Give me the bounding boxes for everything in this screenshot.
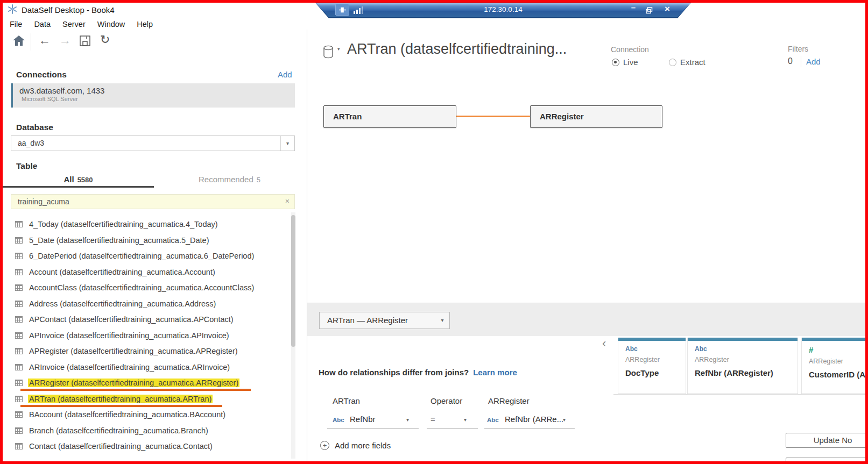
forward-button[interactable]: → bbox=[59, 34, 71, 46]
table-list-item[interactable]: BAccount (dataselfcertifiedtraining_acum… bbox=[11, 406, 286, 422]
radio-live[interactable] bbox=[612, 59, 619, 66]
back-button[interactable]: ← bbox=[39, 34, 51, 46]
column-table-label: ARRegister bbox=[809, 358, 867, 365]
table-list-item[interactable]: Branch (dataselfcertifiedtraining_acumat… bbox=[11, 423, 286, 438]
right-field-select[interactable]: RefNbr (ARRe... bbox=[505, 415, 563, 424]
tab-recommended-label: Recommended bbox=[199, 175, 253, 184]
menu-item-server[interactable]: Server bbox=[57, 18, 91, 31]
tab-recommended[interactable]: Recommended5 bbox=[154, 173, 305, 187]
table-grid-icon bbox=[15, 237, 23, 244]
table-name: Branch (dataselfcertifiedtraining_acumat… bbox=[29, 426, 208, 435]
field-type-abc-icon: Abc bbox=[333, 417, 344, 423]
datasource-caret-icon[interactable]: ▾ bbox=[337, 46, 340, 52]
table-grid-icon bbox=[15, 364, 23, 370]
tab-all-count: 5580 bbox=[77, 176, 93, 184]
rdp-connection-bar: 172.30.0.14 – × bbox=[315, 2, 691, 18]
table-list-item[interactable]: APContact (dataselfcertifiedtraining_acu… bbox=[11, 311, 286, 327]
chevron-down-icon[interactable]: ▾ bbox=[280, 136, 294, 151]
plus-circle-icon[interactable]: + bbox=[320, 441, 329, 450]
left-field-select[interactable]: RefNbr bbox=[350, 415, 376, 424]
chevron-down-icon[interactable]: ▾ bbox=[563, 417, 566, 423]
active-tab-underline bbox=[3, 186, 154, 188]
relationship-connector[interactable] bbox=[456, 116, 530, 117]
column-field-name: DocType bbox=[625, 368, 686, 377]
datasource-icon[interactable] bbox=[323, 45, 335, 61]
home-button[interactable] bbox=[13, 35, 25, 48]
pin-button[interactable] bbox=[335, 4, 349, 16]
table-list-item[interactable]: Contact (dataselfcertifiedtraining_acuma… bbox=[11, 438, 286, 454]
relationship-selector[interactable]: ARTran — ARRegister ▾ bbox=[319, 312, 450, 329]
table-list-item[interactable]: AccountClass (dataselfcertifiedtraining_… bbox=[11, 280, 286, 295]
chevron-down-icon[interactable]: ▾ bbox=[464, 417, 467, 423]
preview-column-customerid[interactable]: # ARRegister CustomerID (AR bbox=[801, 338, 868, 394]
page-title: ARTran (dataselfcertifiedtraining... bbox=[347, 41, 567, 58]
window-title: DataSelf Desktop - Book4 bbox=[22, 5, 115, 15]
list-scrollbar-thumb[interactable] bbox=[291, 215, 295, 347]
radio-live-label[interactable]: Live bbox=[623, 58, 638, 67]
database-select[interactable]: aa_dw3 ▾ bbox=[11, 135, 295, 151]
dataself-desktop-window: DataSelf Desktop - Book4 172.30.0.14 – ×… bbox=[0, 0, 868, 464]
learn-more-link[interactable]: Learn more bbox=[473, 368, 517, 377]
table-name: Contact (dataselfcertifiedtraining_acuma… bbox=[29, 442, 213, 451]
clear-search-icon[interactable]: × bbox=[285, 197, 290, 205]
table-list-item[interactable]: APInvoice (dataselfcertifiedtraining_acu… bbox=[11, 327, 286, 343]
update-auto-button[interactable]: Update Aut bbox=[786, 458, 868, 464]
field-underline bbox=[327, 429, 419, 429]
toolbar-divider bbox=[31, 33, 31, 51]
table-list-item[interactable]: Address (dataselfcertifiedtraining_acuma… bbox=[11, 296, 286, 311]
radio-extract-label[interactable]: Extract bbox=[680, 58, 705, 67]
save-button[interactable] bbox=[80, 35, 90, 48]
radio-extract[interactable] bbox=[669, 59, 676, 66]
table-grid-icon bbox=[15, 411, 23, 418]
refresh-button[interactable]: ↻ bbox=[100, 34, 110, 46]
collapse-chevron-icon[interactable]: ‹ bbox=[602, 338, 606, 349]
table-list-item[interactable]: 6_DatePeriod (dataselfcertifiedtraining_… bbox=[11, 248, 286, 263]
close-button[interactable]: × bbox=[665, 4, 670, 15]
table-grid-icon bbox=[15, 443, 23, 449]
table-node-artran[interactable]: ARTran bbox=[323, 105, 456, 128]
tab-all[interactable]: All5580 bbox=[3, 173, 154, 187]
preview-column-doctype[interactable]: Abc ARRegister DocType bbox=[618, 338, 686, 394]
question-text: How do relationships differ from joins? bbox=[319, 368, 469, 377]
operator-select[interactable]: = bbox=[431, 415, 435, 424]
number-type-icon: # bbox=[809, 345, 867, 354]
menu-item-help[interactable]: Help bbox=[131, 18, 159, 31]
table-list-item[interactable]: APRegister (dataselfcertifiedtraining_ac… bbox=[11, 343, 286, 359]
add-more-fields-button[interactable]: Add more fields bbox=[335, 441, 391, 450]
connection-server: dw3.dataself.com, 1433 bbox=[19, 86, 295, 95]
filters-count: 0 bbox=[788, 56, 793, 66]
left-table-label: ARTran bbox=[333, 396, 360, 405]
field-underline bbox=[427, 429, 478, 429]
table-name: ARInvoice (dataselfcertifiedtraining_acu… bbox=[29, 363, 230, 372]
connection-driver: Microsoft SQL Server bbox=[22, 96, 295, 102]
table-name: 6_DatePeriod (dataselfcertifiedtraining_… bbox=[29, 252, 254, 260]
table-grid-icon bbox=[15, 269, 23, 275]
update-now-button[interactable]: Update No bbox=[786, 433, 868, 448]
table-node-arregister[interactable]: ARRegister bbox=[530, 105, 662, 128]
add-connection-link[interactable]: Add bbox=[278, 70, 292, 79]
menu-item-window[interactable]: Window bbox=[91, 18, 131, 31]
chevron-down-icon[interactable]: ▾ bbox=[406, 417, 409, 423]
table-list-item[interactable]: 4_Today (dataselfcertifiedtraining_acuma… bbox=[11, 216, 286, 232]
table-name: 4_Today (dataselfcertifiedtraining_acuma… bbox=[29, 220, 218, 229]
table-list-item[interactable]: 5_Date (dataselfcertifiedtraining_acumat… bbox=[11, 232, 286, 248]
search-input[interactable] bbox=[11, 195, 270, 209]
table-grid-icon bbox=[15, 427, 23, 434]
connection-item[interactable]: dw3.dataself.com, 1433 Microsoft SQL Ser… bbox=[11, 83, 295, 108]
menu-bar: File Data Server Window Help bbox=[4, 18, 159, 31]
table-grid-icon bbox=[15, 348, 23, 354]
filters-add-link[interactable]: Add bbox=[806, 57, 821, 66]
preview-header-line bbox=[613, 394, 865, 395]
table-list-item-arregister[interactable]: ARRegister (dataselfcertifiedtraining_ac… bbox=[11, 375, 286, 390]
preview-column-refnbr[interactable]: Abc ARRegister RefNbr (ARRegister) bbox=[687, 338, 798, 394]
table-grid-icon bbox=[15, 253, 23, 259]
table-list-item[interactable]: ARInvoice (dataselfcertifiedtraining_acu… bbox=[11, 359, 286, 375]
minimize-button[interactable]: – bbox=[631, 3, 636, 12]
restore-button[interactable] bbox=[646, 6, 653, 16]
tab-recommended-count: 5 bbox=[257, 176, 260, 184]
table-list-item[interactable]: Account (dataselfcertifiedtraining_acuma… bbox=[11, 264, 286, 280]
connection-label: Connection bbox=[611, 45, 649, 54]
menu-item-file[interactable]: File bbox=[4, 18, 28, 31]
table-list-item-artran[interactable]: ARTran (dataselfcertifiedtraining_acumat… bbox=[11, 391, 286, 406]
menu-item-data[interactable]: Data bbox=[28, 18, 57, 31]
